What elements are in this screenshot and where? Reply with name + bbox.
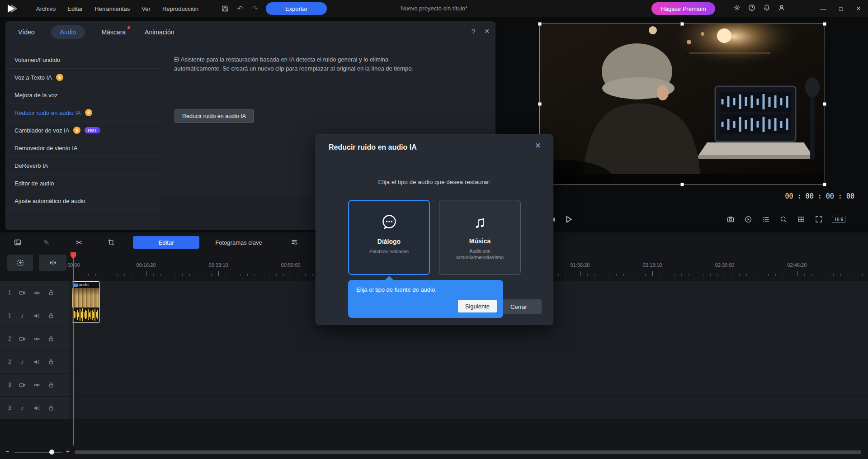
mute-speaker-icon[interactable]	[33, 404, 41, 412]
lock-track-icon[interactable]	[47, 289, 55, 297]
lock-track-icon[interactable]	[47, 312, 55, 320]
sidebar-item-voz-a-texto[interactable]: Voz a Texto IA♛	[5, 69, 160, 86]
ruler-label: 02:13:10	[643, 262, 662, 268]
tab-animacion[interactable]: Animación	[142, 25, 177, 39]
toggle-visibility-eye-icon[interactable]	[33, 335, 41, 343]
ruler-label: 02:46:20	[788, 262, 807, 268]
track-lane[interactable]	[70, 374, 868, 396]
sidebar-item-dereverb[interactable]: DeReverb IA	[5, 157, 160, 175]
preview-zoom-icon[interactable]	[779, 215, 788, 224]
menu-reproduccion[interactable]: Reproducción	[162, 5, 198, 12]
sidebar-item-label: DeReverb IA	[14, 162, 48, 169]
sidebar-item-cambiador-voz[interactable]: Cambiador de voz IA♛HOT	[5, 122, 160, 139]
preview-video-frame[interactable]	[540, 24, 825, 185]
lock-track-icon[interactable]	[47, 335, 55, 343]
media-library-icon[interactable]	[12, 237, 24, 248]
mute-speaker-icon[interactable]	[33, 312, 41, 320]
sidebar-item-label: Volumen/Fundido	[14, 57, 60, 63]
crop-icon[interactable]	[105, 237, 117, 248]
selection-handle[interactable]	[823, 102, 826, 106]
split-screen-icon[interactable]	[797, 215, 806, 224]
panel-help-icon[interactable]: ?	[468, 28, 478, 35]
ruler-label: 00:50:00	[281, 262, 301, 268]
siguiente-button[interactable]: Siguiente	[458, 300, 497, 312]
track-number: 3	[8, 382, 12, 388]
track-lane[interactable]	[70, 397, 868, 419]
timeline-horizontal-scrollbar[interactable]	[75, 450, 861, 454]
redo-icon[interactable]: ↷	[250, 4, 260, 14]
selection-handle[interactable]	[823, 22, 826, 26]
sidebar-item-ajuste-automatico[interactable]: Ajuste automático de audio	[5, 192, 160, 210]
notifications-bell-icon[interactable]	[763, 4, 770, 13]
fullscreen-icon[interactable]	[814, 215, 823, 224]
tab-video[interactable]: Vídeo	[15, 25, 38, 39]
timeline-clip[interactable]: audio	[72, 281, 100, 323]
sidebar-item-reducir-ruido[interactable]: Reducir ruido en audio IA♛	[5, 104, 160, 122]
feature-description: El Asistente para la restauración basada…	[174, 55, 427, 73]
premium-button[interactable]: Hágase Premium	[651, 2, 715, 15]
zoom-out-icon[interactable]: −	[5, 448, 9, 455]
maximize-button[interactable]: □	[834, 2, 848, 15]
option-card-dialogo[interactable]: Diálogo Palabras habladas	[348, 200, 430, 275]
track-lane[interactable]	[70, 350, 868, 373]
track-lane[interactable]	[70, 327, 868, 350]
sidebar-item-removedor-viento[interactable]: Removedor de viento IA	[5, 139, 160, 157]
menu-editar[interactable]: Editar	[67, 5, 83, 12]
lock-track-icon[interactable]	[47, 404, 55, 412]
lock-track-icon[interactable]	[47, 358, 55, 366]
zoom-slider-knob[interactable]	[49, 450, 54, 454]
menu-archivo[interactable]: Archivo	[36, 5, 56, 12]
playhead-line[interactable]	[73, 252, 74, 445]
menu-herramientas[interactable]: Herramientas	[94, 5, 130, 12]
preview-panel: 00 : 00 : 00 : 00 16:9	[501, 21, 868, 230]
audio-tools-sidebar: Volumen/Fundido Voz a Texto IA♛ Mejora d…	[5, 51, 160, 210]
edit-mode-tab[interactable]: Editar	[133, 236, 199, 249]
export-button[interactable]: Exportar	[266, 2, 327, 15]
zoom-slider-track[interactable]	[14, 452, 62, 453]
settings-gear-icon[interactable]	[733, 4, 741, 13]
sidebar-item-mejora-voz[interactable]: Mejora de la voz	[5, 86, 160, 104]
hot-badge: HOT	[85, 127, 100, 133]
notification-dot	[127, 26, 130, 29]
play-icon[interactable]	[564, 215, 573, 224]
markers-list-icon[interactable]	[761, 215, 770, 224]
mute-speaker-icon[interactable]	[33, 358, 41, 366]
ruler-label: 02:30:00	[715, 262, 735, 268]
undo-icon[interactable]: ↶	[235, 4, 245, 14]
sidebar-item-volumen-fundido[interactable]: Volumen/Fundido	[5, 51, 160, 69]
tab-audio[interactable]: Audio	[51, 25, 85, 39]
track-header: 2 ♪	[0, 350, 70, 373]
sidebar-item-label: Voz a Texto IA	[14, 74, 52, 81]
panel-close-icon[interactable]: ×	[482, 26, 492, 36]
lock-track-icon[interactable]	[47, 381, 55, 389]
pencil-edit-icon[interactable]: ✎	[41, 237, 52, 248]
toggle-visibility-eye-icon[interactable]	[33, 381, 41, 389]
selection-handle[interactable]	[680, 22, 684, 26]
manage-tracks-button[interactable]	[7, 255, 33, 271]
sidebar-item-editor-audio[interactable]: Editor de audio	[5, 175, 160, 192]
render-preview-icon[interactable]	[744, 215, 753, 224]
account-user-icon[interactable]	[778, 4, 785, 13]
menu-ver[interactable]: Ver	[142, 5, 151, 12]
selection-handle[interactable]	[680, 183, 684, 186]
snapping-button[interactable]	[39, 255, 66, 271]
dialog-close-icon[interactable]: ×	[532, 140, 544, 151]
help-icon[interactable]	[748, 4, 755, 13]
zoom-in-icon[interactable]: +	[66, 448, 70, 455]
tab-mascara[interactable]: Máscara	[99, 25, 128, 39]
close-window-button[interactable]: ×	[852, 2, 865, 15]
reduce-noise-button[interactable]: Reducir ruido en audio IA	[175, 109, 254, 123]
scissors-split-icon[interactable]: ✂	[73, 237, 85, 248]
minimize-button[interactable]: —	[816, 2, 830, 15]
option-card-musica[interactable]: ♫ Música Audio con armonía/melodía/ritmo	[439, 200, 521, 275]
adjustment-notes-icon[interactable]	[288, 237, 300, 248]
selection-handle[interactable]	[538, 102, 542, 106]
aspect-ratio-button[interactable]: 16:9	[832, 216, 845, 223]
snapshot-camera-icon[interactable]	[726, 215, 735, 224]
selection-handle[interactable]	[538, 22, 542, 26]
keyframes-tab[interactable]: Fotogramas clave	[202, 236, 275, 249]
save-icon[interactable]	[220, 4, 230, 14]
selection-handle[interactable]	[823, 183, 826, 186]
panel-tabs: Vídeo Audio Máscara Animación	[5, 21, 495, 43]
toggle-visibility-eye-icon[interactable]	[33, 289, 41, 297]
